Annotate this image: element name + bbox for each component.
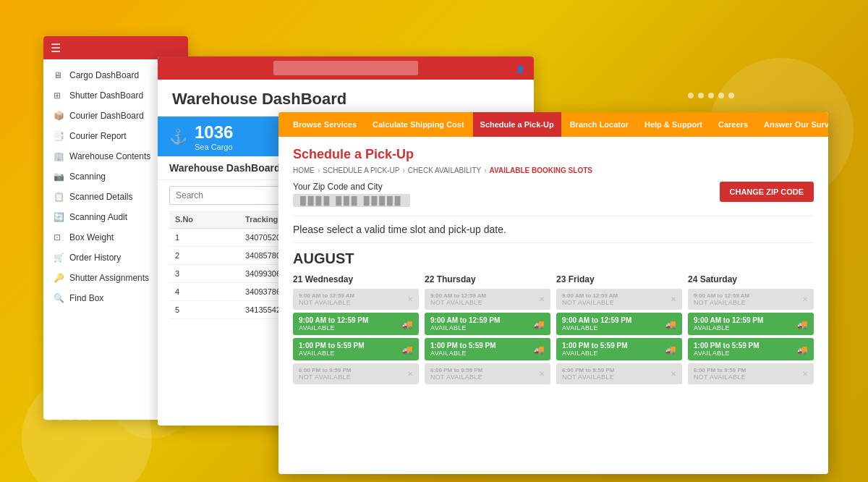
day-column-0: 21 Wednesday 9:00 AM to 12:59 AM NOT AVA… <box>293 274 419 387</box>
truck-icon: 🚚 <box>402 319 413 329</box>
pickup-title: Schedule a Pick-Up <box>293 147 814 162</box>
time-slot-1-1[interactable]: 9:00 AM to 12:59 PM AVAILABLE 🚚 <box>425 313 550 335</box>
orange-navbar: Browse Services Calculate Shipping Cost … <box>278 112 828 137</box>
truck-icon: 🚚 <box>665 319 676 329</box>
breadcrumb-available-slots: AVAILABLE BOOKING SLOTS <box>490 166 592 174</box>
select-prompt: Please select a valid time slot and pick… <box>293 224 814 235</box>
day-column-1: 22 Thursday 9:00 AM to 12:59 AM NOT AVAI… <box>425 274 550 387</box>
stat-sea-cargo: ⚓ 1036 Sea Cargo <box>158 117 283 156</box>
day-column-3: 24 Saturday 9:00 AM to 12:59 AM NOT AVAI… <box>688 274 814 387</box>
menu-icon[interactable]: ☰ <box>51 41 61 55</box>
content-title-text: Warehouse DashBoard D <box>169 162 291 174</box>
day-header-2: 23 Friday <box>556 274 682 284</box>
nav-calculate-shipping[interactable]: Calculate Shipping Cost <box>365 112 472 137</box>
divider-1 <box>293 216 814 216</box>
zip-info: Your Zip Code and City ████ ███ █████ <box>293 182 410 207</box>
unavailable-icon: ✕ <box>539 370 545 378</box>
sidebar-label-warehouse: Warehouse Contents <box>69 151 150 161</box>
truck-icon: 🚚 <box>534 319 545 329</box>
warehouse-icon: 🏢 <box>54 151 64 161</box>
unavailable-icon: ✕ <box>802 295 808 303</box>
truck-icon: 🚚 <box>797 319 808 329</box>
zip-section: Your Zip Code and City ████ ███ █████ CH… <box>293 182 814 207</box>
sidebar-label-findbox: Find Box <box>69 293 103 303</box>
change-zip-button[interactable]: CHANGE ZIP CODE <box>720 182 814 202</box>
nav-careers[interactable]: Careers <box>711 112 755 137</box>
time-slot-2-1[interactable]: 9:00 AM to 12:59 PM AVAILABLE 🚚 <box>556 313 682 335</box>
sidebar-label-scanned: Scanned Details <box>69 192 132 202</box>
sidebar-label-courier: Courier DashBoard <box>69 111 144 121</box>
day-header-1: 22 Thursday <box>425 274 550 284</box>
unavailable-icon: ✕ <box>671 370 676 378</box>
stat-sea-number: 1036 <box>195 122 233 143</box>
cell-sno: 4 <box>169 283 239 301</box>
cell-sno: 5 <box>169 301 239 319</box>
warehouse-header: Warehouse DashBoard <box>158 80 534 117</box>
topbar-search-input[interactable] <box>273 61 418 75</box>
weight-icon: ⊡ <box>54 232 64 242</box>
anchor-icon: ⚓ <box>169 128 187 145</box>
nav-help-support[interactable]: Help & Support <box>637 112 710 137</box>
day-header-0: 21 Wednesday <box>293 274 419 284</box>
breadcrumb-sep-2: › <box>403 166 405 174</box>
order-icon: 🛒 <box>54 253 64 263</box>
courier-icon: 📦 <box>54 111 64 121</box>
nav-schedule-pickup[interactable]: Schedule a Pick-Up <box>473 112 561 137</box>
pickup-schedule-window: Browse Services Calculate Shipping Cost … <box>278 112 828 474</box>
assignment-icon: 🔑 <box>54 273 64 283</box>
monitor-icon: 🖥 <box>54 70 64 80</box>
nav-branch-locator[interactable]: Branch Locator <box>563 112 636 137</box>
breadcrumb-sep-1: › <box>318 166 320 174</box>
shutter-icon: ⊞ <box>54 90 64 101</box>
day-header-3: 24 Saturday <box>688 274 814 284</box>
breadcrumb-home[interactable]: HOME <box>293 166 315 174</box>
truck-icon: 🚚 <box>402 344 413 355</box>
sidebar-label-scanning: Scanning <box>69 172 106 182</box>
divider-2 <box>293 242 814 243</box>
truck-icon: 🚚 <box>797 344 808 355</box>
unavailable-icon: ✕ <box>407 295 413 303</box>
pickup-content: Schedule a Pick-Up HOME › SCHEDULE A PIC… <box>278 137 828 474</box>
time-slot-3-2[interactable]: 1:00 PM to 5:59 PM AVAILABLE 🚚 <box>688 338 814 360</box>
time-slot-0-1[interactable]: 9:00 AM to 12:59 PM AVAILABLE 🚚 <box>293 313 419 335</box>
breadcrumb-sep-3: › <box>484 166 486 174</box>
decorative-dots-top <box>688 93 734 98</box>
month-label: AUGUST <box>293 250 814 267</box>
time-slot-3-1[interactable]: 9:00 AM to 12:59 PM AVAILABLE 🚚 <box>688 313 814 335</box>
zip-value: ████ ███ █████ <box>293 194 410 207</box>
report-icon: 📑 <box>54 131 64 141</box>
zip-label: Your Zip Code and City <box>293 182 410 192</box>
cell-sno: 1 <box>169 229 239 247</box>
time-slot-2-3: 6:00 PM to 9:59 PM NOT AVAILABLE ✕ <box>556 363 682 384</box>
user-icon: 👤 <box>512 61 528 77</box>
time-slot-1-2[interactable]: 1:00 PM to 5:59 PM AVAILABLE 🚚 <box>425 338 550 360</box>
time-slot-2-0: 9:00 AM to 12:59 AM NOT AVAILABLE ✕ <box>556 289 682 310</box>
nav-answer-survey[interactable]: Answer Our Survey <box>757 112 828 137</box>
sidebar-label-order: Order History <box>69 253 121 263</box>
time-slot-0-0: 9:00 AM to 12:59 AM NOT AVAILABLE ✕ <box>293 289 419 310</box>
breadcrumb-check[interactable]: CHECK AVAILABILITY <box>408 166 481 174</box>
details-icon: 📋 <box>54 192 64 202</box>
time-slot-0-3: 6:00 PM to 9:59 PM NOT AVAILABLE ✕ <box>293 363 419 384</box>
time-slot-3-0: 9:00 AM to 12:59 AM NOT AVAILABLE ✕ <box>688 289 814 310</box>
day-columns: 21 Wednesday 9:00 AM to 12:59 AM NOT AVA… <box>293 274 814 387</box>
stat-sea-label: Sea Cargo <box>195 143 233 151</box>
warehouse-title: Warehouse DashBoard <box>172 90 519 109</box>
sidebar-label-weight: Box Weight <box>69 232 114 242</box>
time-slot-2-2[interactable]: 1:00 PM to 5:59 PM AVAILABLE 🚚 <box>556 338 682 360</box>
sidebar-label-cargo: Cargo DashBoard <box>69 70 139 80</box>
time-slot-3-3: 6:00 PM to 9:59 PM NOT AVAILABLE ✕ <box>688 363 814 384</box>
nav-browse-services[interactable]: Browse Services <box>286 112 364 137</box>
breadcrumb: HOME › SCHEDULE A PICK-UP › CHECK AVAILA… <box>293 166 814 174</box>
cell-sno: 2 <box>169 247 239 265</box>
cell-sno: 3 <box>169 265 239 283</box>
unavailable-icon: ✕ <box>802 370 808 378</box>
day-column-2: 23 Friday 9:00 AM to 12:59 AM NOT AVAILA… <box>556 274 682 387</box>
col-sno: S.No <box>169 211 239 229</box>
time-slot-1-3: 6:00 PM to 9:59 PM NOT AVAILABLE ✕ <box>425 363 550 384</box>
breadcrumb-schedule[interactable]: SCHEDULE A PICK-UP <box>323 166 399 174</box>
time-slot-0-2[interactable]: 1:00 PM to 5:59 PM AVAILABLE 🚚 <box>293 338 419 360</box>
sidebar-label-shutter: Shutter DashBoard <box>69 90 143 101</box>
unavailable-icon: ✕ <box>539 295 545 303</box>
sidebar-label-assignments: Shutter Assignments <box>69 273 149 283</box>
